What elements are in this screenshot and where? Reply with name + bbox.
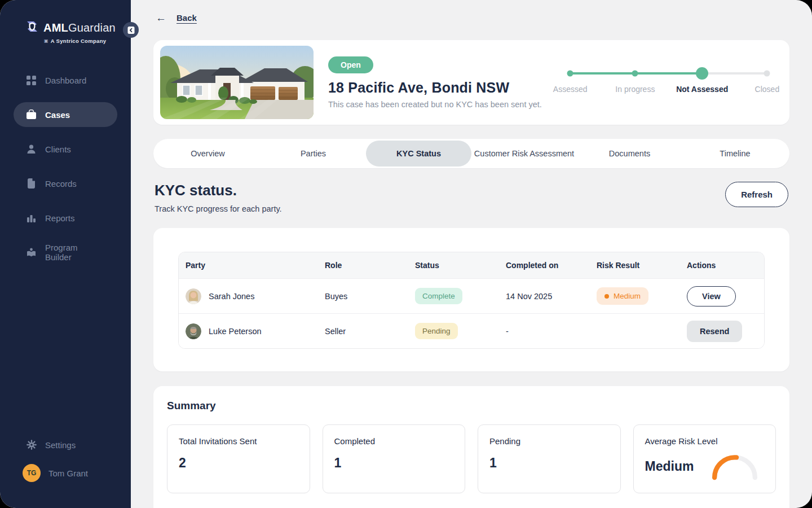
status-badge: Complete (415, 288, 462, 304)
party-role: Buyes (318, 292, 408, 301)
stepper-label: In progress (615, 85, 655, 94)
tab-parties[interactable]: Parties (261, 141, 366, 167)
refresh-button[interactable]: Refresh (725, 182, 788, 207)
sidebar-nav: Dashboard Cases Clients (0, 68, 131, 265)
stepper-dot-in-progress (632, 71, 638, 77)
back-link[interactable]: ← Back (153, 12, 789, 23)
collapse-sidebar-icon (127, 26, 135, 34)
case-description: This case has been created but no KYC ha… (328, 100, 566, 109)
brand-tagline: ▣ A Syntrico Company (44, 38, 131, 44)
gear-icon (26, 440, 37, 450)
tab-kyc-status[interactable]: KYC Status (366, 141, 471, 167)
bar-chart-icon (26, 213, 37, 224)
column-header-role: Role (318, 261, 408, 270)
sidebar-item-label: Program Builder (45, 243, 105, 262)
completed-on: - (499, 327, 590, 336)
column-header-risk-result: Risk Result (590, 261, 680, 270)
sidebar: AMLGuardian ▣ A Syntrico Company (0, 0, 131, 508)
sidebar-item-label: Cases (45, 110, 70, 120)
back-arrow-icon: ← (156, 12, 166, 23)
column-header-party: Party (179, 261, 318, 270)
sidebar-item-dashboard[interactable]: Dashboard (14, 68, 117, 93)
property-photo (160, 46, 314, 119)
sidebar-item-clients[interactable]: Clients (14, 137, 117, 161)
stepper-label: Not Assessed (676, 85, 728, 94)
shield-logo-icon (25, 19, 39, 36)
risk-badge: Medium (597, 287, 648, 305)
kyc-table: Party Role Status Completed on Risk Resu… (178, 252, 765, 349)
sidebar-item-reports[interactable]: Reports (14, 205, 117, 230)
stepper-dot-closed (764, 71, 770, 77)
sidebar-item-program-builder[interactable]: Program Builder (14, 240, 117, 265)
stepper-label: Closed (755, 85, 780, 94)
party-role: Seller (318, 327, 408, 336)
sidebar-collapse-button[interactable] (123, 22, 139, 38)
case-info: Open 18 Pacific Ave, Bondi NSW This case… (328, 56, 566, 109)
brand-logo: AMLGuardian ▣ A Syntrico Company (0, 0, 131, 44)
brand-name: AMLGuardian (43, 21, 116, 34)
risk-dot-icon (604, 294, 609, 299)
user-name: Tom Grant (48, 468, 88, 478)
party-name: Sarah Jones (209, 292, 254, 301)
main-content: ← Back (131, 0, 812, 508)
tab-timeline[interactable]: Timeline (682, 141, 788, 167)
page-subtitle: Track KYC progress for each party. (155, 204, 282, 213)
table-row: Sarah Jones Buyes Complete 14 Nov 2025 M… (179, 278, 764, 313)
sidebar-item-label: Clients (45, 144, 71, 154)
stepper-dot-not-assessed (696, 67, 708, 80)
party-name: Luke Peterson (209, 327, 262, 336)
status-badge: Pending (415, 323, 458, 339)
book-icon (26, 247, 37, 258)
sidebar-item-cases[interactable]: Cases (14, 102, 117, 127)
stepper-label: Assessed (553, 85, 588, 94)
sidebar-item-label: Settings (45, 440, 76, 450)
sidebar-item-label: Records (45, 179, 77, 189)
user-avatar: TG (23, 464, 41, 482)
document-icon (26, 178, 37, 189)
summary-card-total-invitations: Total Invitations Sent 2 (167, 424, 310, 493)
view-button[interactable]: View (687, 286, 736, 306)
column-header-actions: Actions (680, 261, 764, 270)
party-avatar (186, 288, 201, 304)
column-header-status: Status (408, 261, 499, 270)
briefcase-icon (26, 110, 37, 120)
kyc-section-header: KYC status. Track KYC progress for each … (153, 182, 789, 213)
sidebar-item-settings[interactable]: Settings (14, 432, 117, 457)
sidebar-footer: Settings TG Tom Grant (0, 432, 131, 508)
summary-card-pending: Pending 1 (478, 424, 621, 493)
case-header-card: Open 18 Pacific Ave, Bondi NSW This case… (153, 40, 789, 125)
party-avatar (186, 323, 201, 339)
completed-on: 14 Nov 2025 (499, 292, 590, 301)
summary-title: Summary (167, 400, 776, 412)
tab-overview[interactable]: Overview (155, 141, 261, 167)
case-tabs: Overview Parties KYC Status Customer Ris… (153, 139, 789, 168)
column-header-completed-on: Completed on (499, 261, 590, 270)
risk-gauge-icon (709, 449, 761, 482)
case-title: 18 Pacific Ave, Bondi NSW (328, 80, 566, 96)
page-title: KYC status. (155, 182, 282, 199)
tab-documents[interactable]: Documents (577, 141, 682, 167)
average-risk-value: Medium (645, 459, 694, 474)
sidebar-item-label: Reports (45, 213, 75, 223)
dashboard-grid-icon (26, 75, 37, 86)
summary-panel: Summary Total Invitations Sent 2 Complet… (153, 386, 789, 508)
table-row: Luke Peterson Seller Pending - Resend (179, 313, 764, 348)
case-status-badge: Open (328, 56, 373, 73)
sidebar-item-label: Dashboard (45, 76, 86, 85)
kyc-table-panel: Party Role Status Completed on Risk Resu… (153, 228, 789, 371)
summary-card-completed: Completed 1 (323, 424, 466, 493)
summary-card-average-risk: Average Risk Level Medium (633, 424, 776, 493)
stepper-dot-assessed (567, 71, 573, 77)
app-window: AMLGuardian ▣ A Syntrico Company (0, 0, 812, 508)
user-menu[interactable]: TG Tom Grant (14, 461, 117, 485)
person-icon (26, 144, 37, 155)
resend-button[interactable]: Resend (687, 321, 742, 342)
sidebar-item-records[interactable]: Records (14, 171, 117, 196)
syntrico-mini-icon: ▣ (44, 38, 48, 43)
table-header-row: Party Role Status Completed on Risk Resu… (179, 252, 764, 278)
tab-customer-risk-assessment[interactable]: Customer Risk Assessment (471, 141, 577, 167)
case-progress-stepper: Assessed In progress Not Assessed Closed (566, 64, 769, 100)
